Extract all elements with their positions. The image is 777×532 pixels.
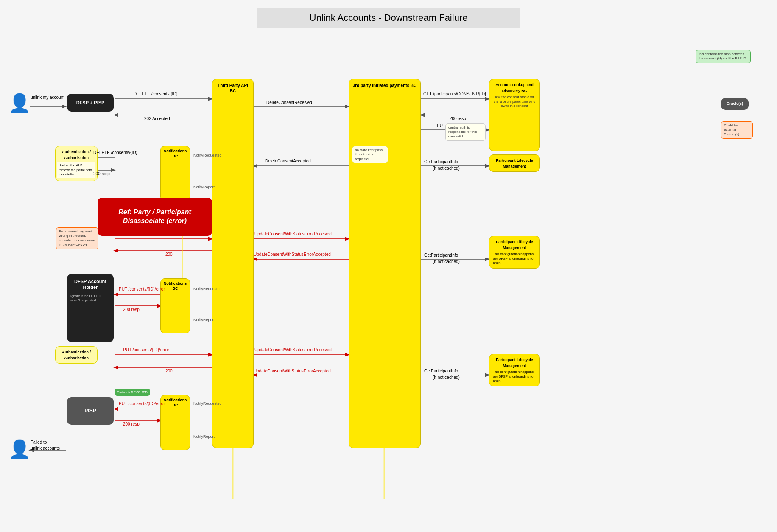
notify-requested-3: NotifyRequested [193,401,222,406]
put-consents-error-pisp-label: PUT /consents/{ID}/error [119,401,165,406]
get-participants-label: GET /participants/CONSENT/{ID} [423,92,486,96]
delete-consent-received-label: DeleteConsentReceived [266,100,312,105]
third-party-payments-bc-box: 3rd party initiated payments BC [349,79,421,448]
get-participant-info-1-label: GetParticipantInfo [424,160,458,164]
plm-note-1: This configuration happens per DFSP at o… [493,252,536,265]
update-als-note: Update the ALS remove the participant as… [57,162,95,178]
notify-requested-2: NotifyRequested [193,287,222,291]
notifications-bc-box-1: Notifications BC [160,146,190,201]
participant-lifecycle-box-2: Participant Lifecycle Management This co… [489,236,540,269]
dfsp-account-holder-box: DFSP Account Holder Ignore if the DELETE… [67,274,114,342]
notify-requested-1: NotifyRequested [193,153,222,157]
delete-auth-label: DELETE /consents/{ID} [93,150,137,155]
pisp-box: PISP [67,397,114,425]
user-icon-top: 👤 [8,92,31,113]
delete-consents-label: DELETE /consents/{ID} [134,92,178,96]
get-participant-info-2-label: GetParticipantInfo [424,253,458,258]
get-resp-200-label: 200 resp [450,116,466,121]
update-consent-error-accepted-3-label: UpdateConsentWithStatusErrorAccepted [254,369,331,373]
resp-200-3-label: 200 [165,369,173,373]
oracle-box: Oracle(s) [721,98,749,110]
auth-auth-box-2: Authentication / Authorization [55,346,98,364]
update-consent-error-received-1-label: UpdateConsentWithStatusErrorReceived [254,232,332,236]
auth-resp-200-label: 200 resp [93,171,110,176]
error-note: Error: something went wrong in the auth,… [56,227,98,249]
third-party-api-bc-box: Third Party API BC [212,79,254,448]
central-auth-note: central-auth is responsible for this con… [445,123,486,141]
account-lookup-bc-box: Account Lookup and Discovery BC Ask the … [489,79,540,151]
put-consents-error-3-label: PUT /consents/{ID}/error [123,347,169,352]
get-participant-info-3-label: GetParticipantInfo [424,369,458,373]
consent-oracle-note: Ask the consent oracle for the id of the… [493,95,536,108]
resp-200-pisp-label: 200 resp [123,422,140,426]
notify-report-1: NotifyReport [193,185,215,189]
plm-note-2: This configuration happens per DFSP at o… [493,370,536,383]
ref-box: Ref: Party / Participant Disassociate (e… [98,198,212,236]
oracle-note: Could be external System(s) [721,121,753,139]
ignore-note: Ignore if the DELETE wasn't requested [70,294,110,303]
update-consent-error-accepted-1-label: UpdateConsentWithStatusErrorAccepted [254,252,331,257]
participant-lifecycle-box-3: Participant Lifecycle Management This co… [489,354,540,386]
accepted-202-label: 202 Accepted [144,116,170,121]
failed-to-unlink-label: Failed to unlink accounts [31,440,60,451]
if-not-cached-1-label: (If not cached) [433,166,460,171]
resp-200-dfsp-label: 200 resp [123,307,140,312]
auth-auth-box-1: Authentication / Authorization Update th… [55,146,98,181]
no-state-note: no state kept pass it back to the reques… [352,146,388,163]
dfsp-pisp-box: DFSP + PISP [67,94,114,112]
delete-consent-accepted-label: DeleteConsentAccepted [265,159,311,163]
resp-200-1-label: 200 [165,252,173,257]
put-consents-error-dfsp-label: PUT /consents/{ID}/error [119,287,165,291]
if-not-cached-3-label: (If not cached) [433,375,460,380]
status-revoked-badge: Status is REVOKED [115,389,150,396]
participant-lifecycle-box-1: Participant Lifecycle Management [489,154,540,172]
unlink-my-account-label: unlink my account [31,95,64,100]
update-consent-error-received-3-label: UpdateConsentWithStatusErrorReceived [254,347,332,352]
if-not-cached-2-label: (If not cached) [433,259,460,264]
notify-report-2: NotifyReport [193,318,215,322]
user-icon-bottom: 👤 [8,439,31,459]
notify-report-3: NotifyReport [193,434,215,439]
map-note: this contains the map between the consen… [696,50,751,63]
page-title: Unlink Accounts - Downstream Failure [257,8,520,28]
put-consents-error-1-label: PUT /consents/{ID}/error [123,232,169,236]
